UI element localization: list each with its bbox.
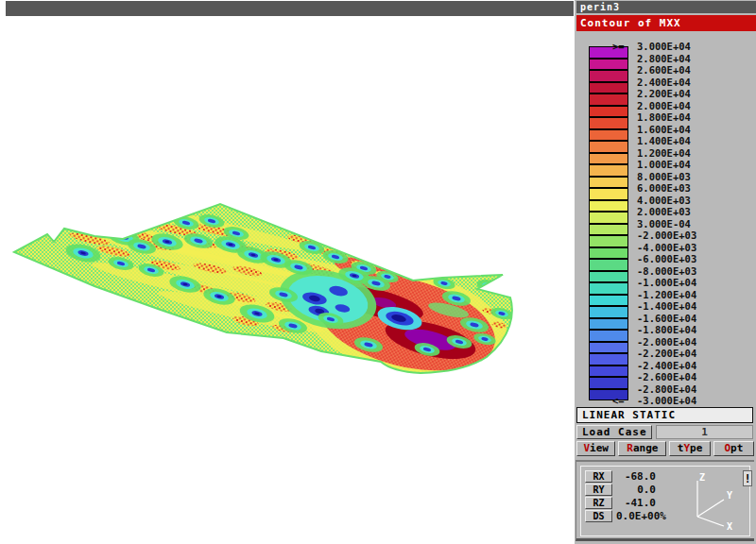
legend-label: 1.600E+04 <box>612 124 691 135</box>
load-case-value-field[interactable]: 1 <box>656 425 753 439</box>
z-axis-label: Z <box>699 472 705 483</box>
legend-label: 1.000E+04 <box>612 159 691 170</box>
x-axis-label: X <box>727 521 732 532</box>
control-panel: perin3 Contour of MXX >=3.000E+042.800E+… <box>575 0 756 544</box>
legend-label: 2.800E+04 <box>612 53 691 64</box>
legend-label: 4.000E+03 <box>612 195 691 206</box>
load-case-titlebar: Load Case1 <box>6 1 574 16</box>
legend-label: -1.400E+04 <box>612 300 696 312</box>
view-value-ds: 0.0E+00% <box>616 510 666 522</box>
analysis-type-box: LINEAR STATIC <box>576 407 753 423</box>
view-button-ds[interactable]: DS <box>585 510 612 522</box>
legend-label: >=3.000E+04 <box>612 41 691 52</box>
load-case-button[interactable]: Load Case <box>576 425 652 439</box>
legend-label: -1.000E+04 <box>612 277 696 288</box>
menu-bar: ViewRangetYpeOpt <box>576 441 754 456</box>
legend-label: 2.400E+04 <box>612 76 691 88</box>
legend-label: -4.000E+03 <box>612 242 696 253</box>
legend-label: 1.800E+04 <box>612 111 691 123</box>
view-panel: RX-68.0RY0.0RZ-41.0DS0.0E+00% Z Y X ! <box>576 460 754 541</box>
menu-button-range[interactable]: Range <box>618 441 666 456</box>
load-case-row: Load Case 1 <box>576 425 754 439</box>
menu-button-opt[interactable]: Opt <box>713 441 754 456</box>
legend-label: -2.000E+03 <box>612 230 696 241</box>
contour-title-bar: Contour of MXX <box>576 15 756 31</box>
load-case-number: 1 <box>127 17 134 29</box>
legend-label: -2.000E+04 <box>612 336 696 348</box>
axis-triad: Z Y X <box>675 469 743 534</box>
legend-label: 6.000E+03 <box>612 182 691 194</box>
view-button-rz[interactable]: RZ <box>585 497 612 509</box>
legend-label: -2.800E+04 <box>612 383 696 395</box>
legend-label: -1.600E+04 <box>612 313 696 324</box>
view-button-ry[interactable]: RY <box>585 484 612 496</box>
x-axis-line <box>697 517 724 526</box>
legend-label: -2.600E+04 <box>612 371 696 382</box>
graphics-canvas[interactable]: Load Case1 <box>0 0 575 544</box>
view-button-rx[interactable]: RX <box>585 470 612 483</box>
legend-label: -2.400E+04 <box>612 360 696 371</box>
legend-label: 2.000E+04 <box>612 100 691 111</box>
legend-label: -1.800E+04 <box>612 324 696 335</box>
menu-button-type[interactable]: tYpe <box>669 441 710 456</box>
legend-label: 3.000E-04 <box>612 218 691 230</box>
legend-label: 1.200E+04 <box>612 147 691 159</box>
legend-label: 2.000E+03 <box>612 206 691 217</box>
load-case-label: Load Case <box>38 17 103 29</box>
legend-label: 1.400E+04 <box>612 135 691 146</box>
legend-label: -8.000E+03 <box>612 265 696 277</box>
view-value-ry: 0.0 <box>616 484 656 496</box>
legend-label: 2.600E+04 <box>612 64 691 76</box>
contour-plot[interactable] <box>0 0 575 544</box>
legend-label: -1.200E+04 <box>612 289 696 300</box>
legend-label: -6.000E+03 <box>612 253 696 264</box>
view-value-rx: -68.0 <box>616 470 656 483</box>
exclamation-icon[interactable]: ! <box>743 470 752 486</box>
model-name-bar: perin3 <box>576 1 756 13</box>
legend-label: 2.200E+04 <box>612 88 691 99</box>
legend-label: -2.200E+04 <box>612 348 696 359</box>
legend-label: 8.000E+03 <box>612 171 691 182</box>
view-value-rz: -41.0 <box>616 497 656 509</box>
y-axis-label: Y <box>727 490 732 501</box>
contour-plate <box>0 189 529 400</box>
legend-label: <=-3.000E+04 <box>612 395 696 406</box>
y-axis-line <box>697 500 724 517</box>
menu-button-view[interactable]: View <box>576 441 615 456</box>
